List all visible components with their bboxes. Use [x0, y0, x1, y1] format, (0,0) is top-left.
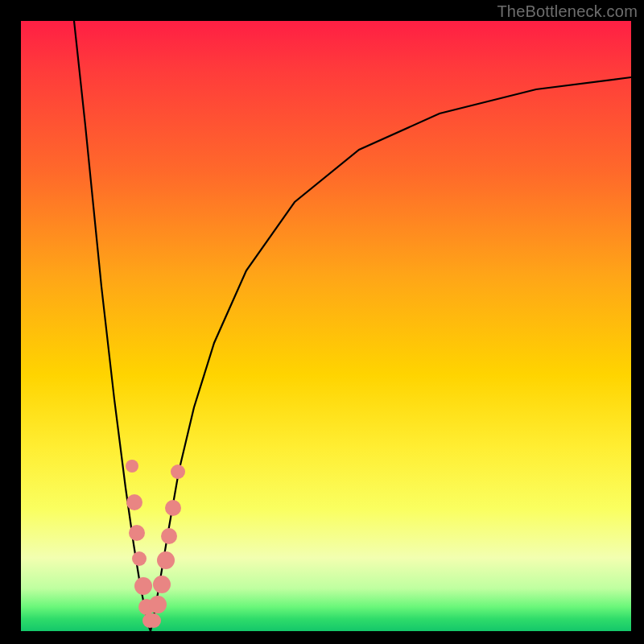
- watermark-text: TheBottleneck.com: [497, 2, 638, 21]
- data-point-marker: [132, 551, 147, 566]
- data-point-marker: [161, 528, 177, 544]
- data-point-marker: [149, 596, 167, 613]
- chart-svg: [21, 21, 631, 631]
- data-point-marker: [134, 577, 152, 595]
- data-point-marker: [165, 500, 181, 516]
- data-point-marker: [147, 613, 161, 628]
- data-point-marker: [153, 576, 171, 593]
- data-point-marker: [157, 551, 175, 569]
- data-point-marker: [126, 460, 138, 473]
- data-point-marker: [126, 494, 142, 510]
- data-point-marker: [129, 525, 145, 541]
- data-point-marker: [171, 464, 185, 479]
- chart-plot-area: [21, 21, 631, 631]
- curve-right-branch: [151, 77, 631, 631]
